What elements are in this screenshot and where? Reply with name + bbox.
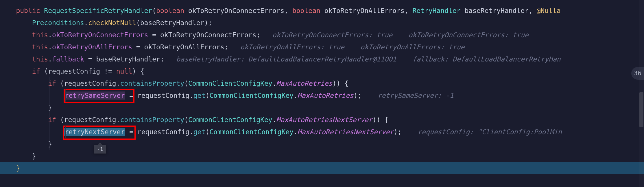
class-name: CommonClientConfigKey xyxy=(188,116,272,124)
highlighted-identifier: retrySameServer xyxy=(65,92,125,99)
keyword: boolean xyxy=(156,7,184,14)
param: requestConfig xyxy=(48,68,100,75)
inlay-hint: requestConfig: "ClientConfig:PoolMin xyxy=(414,128,562,136)
param: requestConfig xyxy=(64,80,116,87)
code-line[interactable]: retryNextServer = requestConfig.get(Comm… xyxy=(0,126,644,138)
keyword: null xyxy=(116,68,132,75)
static-field: MaxAutoRetries xyxy=(298,92,354,99)
keyword: this xyxy=(32,55,48,63)
tooltip-text: -1 xyxy=(97,146,103,152)
type: RetryHandler xyxy=(412,7,460,14)
code-line[interactable]: this.okToRetryOnConnectErrors = okToRetr… xyxy=(0,29,644,41)
code-line[interactable]: this.fallback = baseRetryHandler; baseRe… xyxy=(0,53,644,65)
keyword: boolean xyxy=(292,7,320,14)
code-line[interactable]: public RequestSpecificRetryHandler(boole… xyxy=(0,5,644,17)
field: okToRetryOnConnectErrors xyxy=(52,31,148,39)
method: checkNotNull xyxy=(88,19,136,27)
code-line[interactable]: } xyxy=(0,102,644,114)
scrollbar-thumb[interactable] xyxy=(639,92,643,127)
code-line[interactable]: if (requestConfig.containsProperty(Commo… xyxy=(0,77,644,89)
param: baseRetryHandler xyxy=(96,55,160,63)
class-name: RequestSpecificRetryHandler xyxy=(44,7,152,14)
inlay-hint: okToRetryOnAllErrors: true okToRetryOnAl… xyxy=(240,43,464,51)
inlay-hint: okToRetryOnConnectErrors: true okToRetry… xyxy=(272,31,529,39)
code-line[interactable]: this.okToRetryOnAllErrors = okToRetryOnA… xyxy=(0,41,644,53)
class-name: CommonClientConfigKey xyxy=(209,92,294,99)
keyword: this xyxy=(32,31,48,39)
highlighted-identifier: retryNextServer xyxy=(65,128,125,136)
static-field: MaxAutoRetries xyxy=(276,80,333,87)
value-tooltip: -1 xyxy=(94,145,106,154)
code-line-current[interactable]: } xyxy=(0,162,644,174)
vertical-scrollbar[interactable] xyxy=(639,0,644,187)
code-editor[interactable]: public RequestSpecificRetryHandler(boole… xyxy=(0,0,644,187)
param: baseRetryHandler xyxy=(140,19,204,27)
indent-guide xyxy=(65,126,66,138)
annotation: @Nulla xyxy=(537,7,561,14)
code-line[interactable]: Preconditions.checkNotNull(baseRetryHand… xyxy=(0,17,644,29)
field: okToRetryOnAllErrors xyxy=(52,43,132,51)
method: containsProperty xyxy=(120,80,184,87)
code-line[interactable]: if (requestConfig != null) { xyxy=(0,65,644,77)
class-name: CommonClientConfigKey xyxy=(188,80,272,87)
indent-guide xyxy=(33,17,33,162)
param: requestConfig xyxy=(137,128,189,136)
keyword: this xyxy=(32,43,48,51)
static-field: MaxAutoRetriesNextServer xyxy=(298,128,394,136)
inlay-hint: baseRetryHandler: DefaultLoadBalancerRet… xyxy=(176,55,560,63)
param: okToRetryOnConnectErrors xyxy=(188,7,284,14)
code-line[interactable]: if (requestConfig.containsProperty(Commo… xyxy=(0,114,644,126)
param: okToRetryOnAllErrors xyxy=(324,7,405,14)
class-name: Preconditions xyxy=(32,19,84,27)
keyword: public xyxy=(16,7,40,14)
param: okToRetryOnConnectErrors xyxy=(160,31,256,39)
inlay-hint: retrySameServer: -1 xyxy=(374,92,454,99)
indent-guide xyxy=(17,17,17,174)
indent-guide xyxy=(49,77,49,150)
class-name: CommonClientConfigKey xyxy=(209,128,294,136)
param: baseRetryHandler xyxy=(464,7,529,14)
operator: != xyxy=(104,68,112,75)
param: okToRetryOnAllErrors xyxy=(144,43,224,51)
field: fallback xyxy=(52,55,84,63)
method: get xyxy=(193,92,206,99)
indent-guide xyxy=(65,89,66,102)
method: get xyxy=(193,128,206,136)
static-field: MaxAutoRetriesNextServer xyxy=(276,116,372,124)
param: requestConfig xyxy=(64,116,116,124)
method: containsProperty xyxy=(120,116,184,124)
code-line[interactable]: retrySameServer = requestConfig.get(Comm… xyxy=(0,89,644,102)
param: requestConfig xyxy=(137,92,189,99)
